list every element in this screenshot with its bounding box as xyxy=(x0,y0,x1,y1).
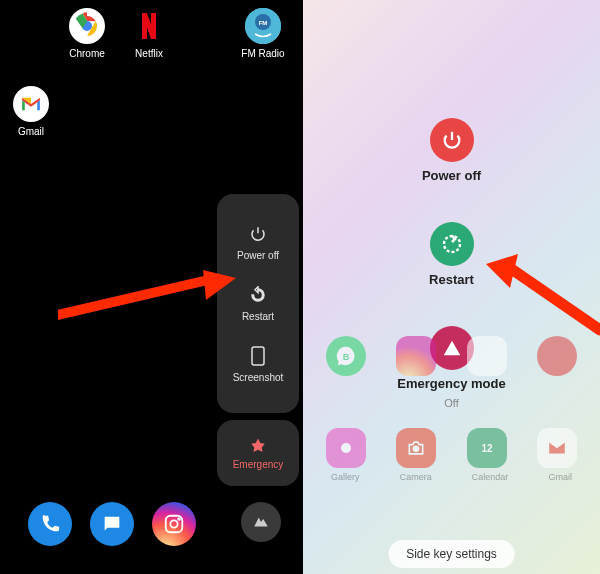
gmail-bg-icon xyxy=(537,428,577,468)
app-netflix[interactable]: Netflix xyxy=(118,8,180,59)
app-label: Chrome xyxy=(69,48,105,59)
power-off-label: Power off xyxy=(237,250,279,261)
instagram-bg-icon xyxy=(396,336,436,376)
annotation-arrow-left xyxy=(58,270,238,330)
app-label: Gmail xyxy=(18,126,44,137)
app-label: Netflix xyxy=(135,48,163,59)
svg-point-7 xyxy=(170,520,177,527)
calendar-icon: 12 xyxy=(467,428,507,468)
restart-option[interactable]: Restart xyxy=(217,273,299,334)
power-menu: Power off Restart Screenshot xyxy=(217,194,299,413)
phone-app[interactable] xyxy=(28,502,72,546)
restart-button[interactable]: Restart xyxy=(303,222,600,287)
emergency-sub: Off xyxy=(444,397,458,409)
svg-point-11 xyxy=(341,443,351,453)
messages-app[interactable] xyxy=(90,502,134,546)
app-fmradio[interactable]: FM FM Radio xyxy=(232,8,294,59)
emergency-label: Emergency xyxy=(233,459,284,470)
game-bg-icon xyxy=(537,336,577,376)
bg-app-row-1: B xyxy=(303,336,600,376)
power-off-button[interactable]: Power off xyxy=(303,118,600,183)
screenshot-icon xyxy=(248,346,268,366)
power-off-option[interactable]: Power off xyxy=(217,212,299,273)
svg-point-8 xyxy=(178,518,180,520)
android-home-screen: Chrome Netflix FM FM Radio Gmail Power o… xyxy=(0,0,303,574)
restart-icon xyxy=(248,285,268,305)
camera-icon xyxy=(396,428,436,468)
restart-label: Restart xyxy=(242,311,274,322)
side-key-settings-button[interactable]: Side key settings xyxy=(388,540,515,568)
app-gmail[interactable]: Gmail xyxy=(0,86,62,137)
assistant-button[interactable] xyxy=(241,502,281,542)
svg-point-12 xyxy=(413,446,420,453)
side-key-label: Side key settings xyxy=(406,547,497,561)
home-apps-row: Chrome Netflix FM FM Radio xyxy=(0,8,303,59)
netflix-icon xyxy=(131,8,167,44)
screenshot-label: Screenshot xyxy=(233,372,284,383)
svg-text:FM: FM xyxy=(259,20,268,26)
assistant-icon xyxy=(252,513,270,531)
emergency-label: Emergency mode xyxy=(397,376,505,391)
svg-text:B: B xyxy=(343,352,350,362)
power-icon xyxy=(430,118,474,162)
wa-business-icon: B xyxy=(326,336,366,376)
app-chrome[interactable]: Chrome xyxy=(56,8,118,59)
instagram-app[interactable] xyxy=(152,502,196,546)
bg-app-row-2: 12 xyxy=(303,428,600,468)
fmradio-icon: FM xyxy=(245,8,281,44)
svg-point-9 xyxy=(444,236,460,252)
power-icon xyxy=(248,224,268,244)
emergency-icon xyxy=(249,437,267,455)
emergency-option[interactable]: Emergency xyxy=(217,420,299,486)
screenshot-option[interactable]: Screenshot xyxy=(217,334,299,395)
bg-labels: Gallery Camera Calendar Gmail xyxy=(303,472,600,482)
restart-icon xyxy=(430,222,474,266)
samsung-power-screen: Power off Restart Emergency mode Off B 1… xyxy=(303,0,600,574)
app-label: FM Radio xyxy=(241,48,284,59)
svg-rect-5 xyxy=(252,347,264,365)
gmail-icon xyxy=(13,86,49,122)
restart-label: Restart xyxy=(429,272,474,287)
svg-text:12: 12 xyxy=(481,443,493,454)
power-off-label: Power off xyxy=(422,168,481,183)
samsung-bg-icon xyxy=(467,336,507,376)
gallery-icon xyxy=(326,428,366,468)
chrome-icon xyxy=(69,8,105,44)
